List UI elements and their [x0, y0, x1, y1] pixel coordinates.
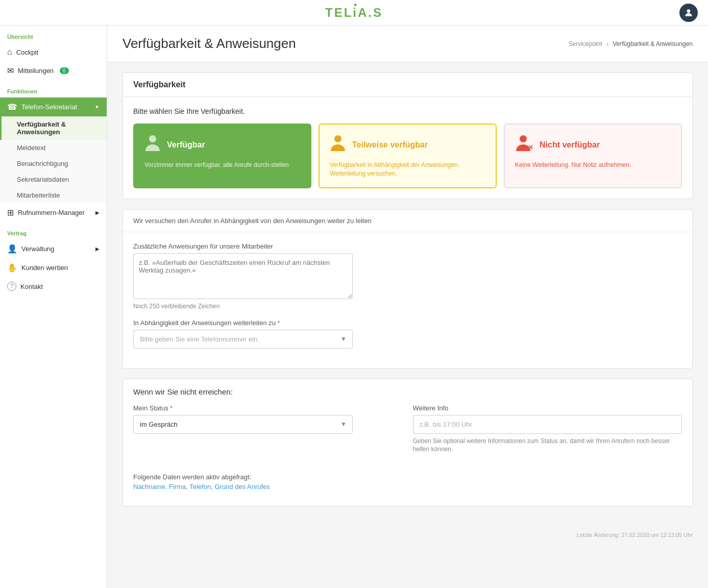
status-label: Mein Status *	[133, 404, 403, 412]
mail-icon: ✉	[7, 66, 14, 76]
user-avatar[interactable]	[679, 4, 698, 22]
weitere-info-group: Weitere Info Geben Sie optional weitere …	[413, 404, 682, 454]
sidebar-item-mitteilungen[interactable]: ✉ Mitteilungen 0	[0, 61, 107, 80]
sidebar-section-functions: Funktionen	[0, 80, 107, 97]
sidebar-section-contract: Vertrag	[0, 222, 107, 239]
forward-required-marker: *	[278, 319, 280, 327]
sidebar-item-kontakt-label: Kontakt	[20, 283, 43, 290]
phone-icon: ☎	[7, 102, 17, 112]
when-section: Wenn wir Sie nicht erreichen: Mein Statu…	[123, 379, 693, 507]
svg-point-3	[520, 135, 527, 142]
availability-subtitle: Bitte wählen Sie Ihre Verfügbarkeit.	[133, 107, 682, 115]
weitere-info-input[interactable]	[413, 415, 682, 434]
sidebar-item-verwaltung[interactable]: 👤 Verwaltung ▶	[0, 239, 107, 258]
availability-title: Verfügbarkeit	[123, 73, 692, 97]
partial-section: Wir versuchen den Anrufer in Abhängigkei…	[123, 209, 693, 369]
sidebar-item-rufnummern-label: Rufnummern-Manager	[18, 209, 85, 216]
sidebar-item-kunden-label: Kunden werben	[21, 264, 68, 272]
sidebar-item-kontakt[interactable]: ? Kontakt	[0, 277, 107, 296]
sidebar-item-cockpit-label: Cockpit	[16, 48, 38, 56]
app-logo: TELiA.S	[325, 6, 383, 20]
sidebar-sub-item-benachrichtigung[interactable]: Benachrichtigung	[0, 156, 107, 172]
sidebar-sub-item-meldetext[interactable]: Meldetext	[0, 140, 107, 156]
breadcrumb-separator: ›	[606, 40, 608, 47]
instructions-group: Zusätzliche Anweisungen für unsere Mitar…	[133, 242, 682, 310]
sidebar: Übersicht ⌂ Cockpit ✉ Mitteilungen 0 Fun…	[0, 26, 107, 588]
user-icon: 👤	[7, 244, 17, 254]
chevron-down-icon: ▼	[94, 104, 100, 110]
chevron-right-icon2: ▶	[95, 246, 100, 252]
instructions-label: Zusätzliche Anweisungen für unsere Mitar…	[133, 242, 682, 250]
partial-note: Wir versuchen den Anrufer in Abhängigkei…	[123, 210, 692, 232]
info-text: Geben Sie optional weitere Informationen…	[413, 437, 682, 454]
breadcrumb-current: Verfügbarkeit & Anweisungen	[613, 40, 693, 47]
sidebar-item-kunden-werben[interactable]: ✋ Kunden werben	[0, 258, 107, 277]
person-icon-nicht-verfugbar: ×	[515, 134, 533, 156]
avail-card-verfugbar[interactable]: Verfügbar Vorzimmer immer verfügbar, all…	[133, 124, 311, 188]
hand-icon: ✋	[7, 263, 17, 273]
char-count: Noch 250 verbleibende Zeichen	[133, 303, 682, 310]
data-query-section: Folgende Daten werden aktiv abgefragt: N…	[133, 471, 682, 496]
person-icon-verfugbar	[144, 134, 161, 156]
data-query-values: Nachname, Firma, Telefon, Grund des Anru…	[133, 483, 682, 491]
app-header: TELiA.S	[0, 0, 708, 26]
main-content: Verfügbarkeit & Anweisungen Servicepoint…	[107, 26, 708, 588]
breadcrumb-parent: Servicepoint	[568, 40, 602, 47]
svg-point-1	[149, 135, 156, 142]
forward-phone-select[interactable]: Bitte geben Sie eine Telefonnummer ein.	[133, 330, 353, 349]
footer-timestamp: Letzte Änderung: 27.02.2020 um 12:13:05 …	[107, 527, 708, 543]
avail-card-teilweise[interactable]: Teilweise verfügbar Verfügbarkeit in Abh…	[319, 124, 497, 188]
page-title: Verfügbarkeit & Anweisungen	[123, 36, 296, 52]
cockpit-icon: ⌂	[7, 47, 12, 57]
sidebar-sub-item-verfugbarkeit[interactable]: Verfügbarkeit & Anweisungen	[0, 116, 107, 140]
sidebar-sub-item-mitarbeiterliste[interactable]: Mitarbeiterliste	[0, 187, 107, 203]
instructions-textarea[interactable]	[133, 253, 353, 299]
question-icon: ?	[7, 282, 16, 291]
chevron-right-icon: ▶	[95, 210, 100, 215]
status-select[interactable]: im Gespräch Nicht verfügbar Im Urlaub In…	[133, 415, 353, 434]
avail-card-teilweise-title: Teilweise verfügbar	[352, 140, 428, 150]
sidebar-item-mitteilungen-label: Mitteilungen	[18, 67, 54, 75]
avail-card-verfugbar-title: Verfügbar	[167, 140, 205, 150]
forward-select-wrapper: Bitte geben Sie eine Telefonnummer ein. …	[133, 330, 353, 349]
when-title: Wenn wir Sie nicht erreichen:	[123, 379, 692, 404]
svg-point-0	[687, 9, 691, 13]
breadcrumb: Servicepoint › Verfügbarkeit & Anweisung…	[568, 40, 693, 47]
status-required-marker: *	[170, 404, 173, 412]
weitere-info-label: Weitere Info	[413, 404, 682, 412]
status-select-wrapper: im Gespräch Nicht verfügbar Im Urlaub In…	[133, 415, 353, 434]
svg-text:×: ×	[528, 143, 533, 152]
sidebar-section-overview: Übersicht	[0, 26, 107, 43]
person-icon-teilweise	[330, 134, 346, 156]
forward-label: In Abhängigkeit der Anweisungen weiterle…	[133, 319, 682, 327]
grid-icon: ⊞	[7, 208, 14, 217]
avail-card-nicht-title: Nicht verfügbar	[540, 140, 600, 150]
status-group: Mein Status * im Gespräch Nicht verfügba…	[133, 404, 403, 454]
avail-card-teilweise-desc: Verfügbarkeit in Abhängigkeit der Anweis…	[330, 161, 485, 178]
sidebar-item-rufnummern[interactable]: ⊞ Rufnummern-Manager ▶	[0, 203, 107, 222]
availability-section: Verfügbarkeit Bitte wählen Sie Ihre Verf…	[123, 72, 693, 199]
sidebar-item-telefon-sekretariat[interactable]: ☎ Telefon-Sekretariat ▼	[0, 97, 107, 116]
availability-cards: Verfügbar Vorzimmer immer verfügbar, all…	[133, 124, 682, 188]
forward-group: In Abhängigkeit der Anweisungen weiterle…	[133, 319, 682, 349]
mitteilungen-badge: 0	[60, 67, 69, 74]
sidebar-item-telefon-label: Telefon-Sekretariat	[21, 103, 77, 111]
avail-card-verfugbar-desc: Vorzimmer immer verfügbar, alle Anrufe d…	[144, 161, 289, 169]
sidebar-item-cockpit[interactable]: ⌂ Cockpit	[0, 43, 107, 61]
sidebar-sub-item-sekretariatsdaten[interactable]: Sekretariatsdaten	[0, 172, 107, 187]
avail-card-nicht-verfugbar[interactable]: × Nicht verfügbar Keine Weiterleitung. N…	[504, 124, 682, 188]
data-query-label: Folgende Daten werden aktiv abgefragt:	[133, 473, 682, 481]
svg-point-2	[334, 135, 341, 142]
avail-card-nicht-desc: Keine Weiterleitung. Nur Notiz aufnehmen…	[515, 161, 631, 169]
sidebar-item-verwaltung-label: Verwaltung	[21, 245, 54, 253]
page-header: Verfügbarkeit & Anweisungen Servicepoint…	[107, 26, 708, 62]
